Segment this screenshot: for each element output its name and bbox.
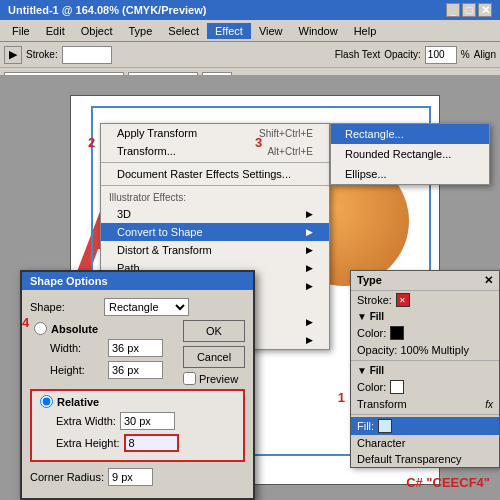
close-button[interactable]: ✕	[478, 3, 492, 17]
menu-effect[interactable]: Effect	[207, 23, 251, 39]
menu-file[interactable]: File	[4, 23, 38, 39]
fx-label: fx	[485, 399, 493, 410]
menu-distort-transform[interactable]: Distort & Transform▶	[101, 241, 329, 259]
absolute-radio[interactable]	[34, 322, 47, 335]
fill-highlight-label: Fill:	[357, 420, 374, 432]
shape-menu-rectangle[interactable]: Rectangle...	[331, 124, 489, 144]
preview-checkbox[interactable]	[183, 372, 196, 385]
color-swatch-2[interactable]	[390, 380, 404, 394]
width-label: Width:	[34, 342, 104, 354]
title-bar: Untitled-1 @ 164.08% (CMYK/Preview) _ □ …	[0, 0, 500, 20]
extra-height-label: Extra Height:	[40, 437, 120, 449]
maximize-button[interactable]: □	[462, 3, 476, 17]
fill-header-2: ▼ Fill	[351, 363, 499, 378]
fill-highlight-row[interactable]: Fill:	[351, 417, 499, 435]
height-label: Height:	[34, 364, 104, 376]
step-4-badge: 4	[22, 315, 29, 330]
default-transparency-row[interactable]: Default Transparency	[351, 451, 499, 467]
shape-label: Shape:	[30, 301, 100, 313]
stroke-label: Stroke:	[26, 49, 58, 60]
character-row[interactable]: Character	[351, 435, 499, 451]
relative-section: Relative Extra Width: Extra Height:	[30, 389, 245, 462]
cancel-button[interactable]: Cancel	[183, 346, 245, 368]
opacity-label: Opacity:	[384, 49, 421, 60]
dialog-title: Shape Options	[22, 272, 253, 290]
menu-window[interactable]: Window	[291, 23, 346, 39]
color-annotation: C# "CEECF4"	[406, 475, 490, 490]
corner-radius-input[interactable]	[108, 468, 153, 486]
toolbar-row-1: ▶ Stroke: Flash Text Opacity: % Align	[0, 42, 500, 68]
menubar: File Edit Object Type Select Effect View…	[0, 20, 500, 42]
extra-height-row: Extra Height:	[40, 434, 235, 452]
minimize-button[interactable]: _	[446, 3, 460, 17]
shape-submenu[interactable]: Rectangle... Rounded Rectangle... Ellips…	[330, 123, 490, 185]
extra-width-row: Extra Width:	[40, 412, 235, 430]
relative-radio-row: Relative	[40, 395, 235, 408]
separator-2	[101, 185, 329, 186]
menu-convert-to-shape[interactable]: Convert to Shape▶	[101, 223, 329, 241]
ok-button[interactable]: OK	[183, 320, 245, 342]
width-input[interactable]	[108, 339, 163, 357]
opacity-input[interactable]	[425, 46, 457, 64]
menu-3d[interactable]: 3D▶	[101, 205, 329, 223]
corner-radius-label: Corner Radius:	[30, 471, 104, 483]
color-label-2: Color:	[357, 381, 386, 393]
stroke-row: Stroke: ✕	[351, 291, 499, 309]
menu-edit[interactable]: Edit	[38, 23, 73, 39]
menu-apply-transform[interactable]: Apply TransformShift+Ctrl+E	[101, 124, 329, 142]
shape-menu-rounded-rectangle[interactable]: Rounded Rectangle...	[331, 144, 489, 164]
menu-object[interactable]: Object	[73, 23, 121, 39]
align-label: Align	[474, 49, 496, 60]
color-swatch-1[interactable]	[390, 326, 404, 340]
step-1-badge: 1	[338, 390, 345, 405]
fill-color-swatch[interactable]	[378, 419, 392, 433]
opacity-text: Opacity: 100% Multiply	[357, 344, 469, 356]
relative-label: Relative	[57, 396, 99, 408]
step-3-badge: 3	[255, 135, 262, 150]
shape-menu-ellipse[interactable]: Ellipse...	[331, 164, 489, 184]
menu-help[interactable]: Help	[346, 23, 385, 39]
panel-divider-1	[351, 360, 499, 361]
menu-document-raster[interactable]: Document Raster Effects Settings...	[101, 165, 329, 183]
type-panel: Type ✕ Stroke: ✕ ▼ Fill Color: Opacity: …	[350, 270, 500, 468]
transform-row: Transform fx	[351, 396, 499, 412]
shape-select[interactable]: Rectangle	[104, 298, 189, 316]
stroke-label-panel: Stroke:	[357, 294, 392, 306]
character-label: Character	[357, 437, 405, 449]
corner-radius-row: Corner Radius:	[30, 468, 245, 486]
menu-view[interactable]: View	[251, 23, 291, 39]
menu-type[interactable]: Type	[121, 23, 161, 39]
tool-button-1[interactable]: ▶	[4, 46, 22, 64]
color-label-1: Color:	[357, 327, 386, 339]
menu-transform[interactable]: Transform...Alt+Ctrl+E	[101, 142, 329, 160]
panel-divider-2	[351, 414, 499, 415]
transform-label: Transform	[357, 398, 407, 410]
default-transparency-label: Default Transparency	[357, 453, 462, 465]
stroke-input[interactable]	[62, 46, 112, 64]
step-2-badge: 2	[88, 135, 95, 150]
percent-sign: %	[461, 49, 470, 60]
relative-radio[interactable]	[40, 395, 53, 408]
preview-label: Preview	[199, 373, 238, 385]
dialog-buttons: OK Cancel Preview	[183, 320, 245, 385]
illustrator-effects-header: Illustrator Effects:	[101, 188, 329, 205]
absolute-label: Absolute	[51, 323, 98, 335]
color-row-2: Color:	[351, 378, 499, 396]
preview-row: Preview	[183, 372, 245, 385]
fill-header-1: ▼ Fill	[351, 309, 499, 324]
extra-height-input[interactable]	[124, 434, 179, 452]
type-panel-title: Type ✕	[351, 271, 499, 291]
flash-text-label: Flash Text	[335, 49, 380, 60]
stroke-swatch[interactable]: ✕	[396, 293, 410, 307]
window-title: Untitled-1 @ 164.08% (CMYK/Preview)	[8, 4, 206, 16]
color-annotation-text: C# "CEECF4"	[406, 475, 490, 490]
menu-select[interactable]: Select	[160, 23, 207, 39]
separator-1	[101, 162, 329, 163]
extra-width-input[interactable]	[120, 412, 175, 430]
shape-options-dialog: Shape Options Shape: Rectangle Absolute …	[20, 270, 255, 500]
canvas-area: A 2 3 4 Apply TransformShift+Ctrl+E Tran…	[0, 75, 500, 500]
height-input[interactable]	[108, 361, 163, 379]
opacity-row: Opacity: 100% Multiply	[351, 342, 499, 358]
shape-row: Shape: Rectangle	[30, 298, 245, 316]
color-row-1: Color:	[351, 324, 499, 342]
